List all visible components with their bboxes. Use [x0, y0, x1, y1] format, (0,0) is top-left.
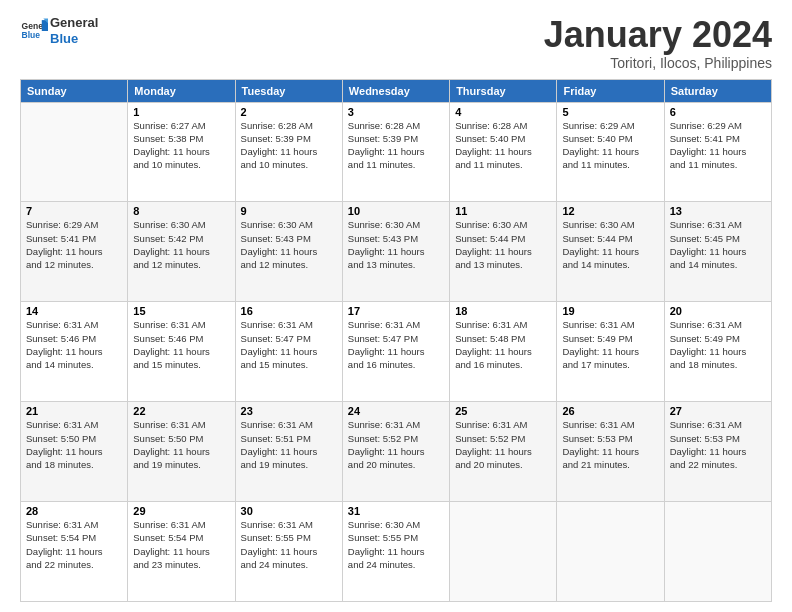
day-info: Sunrise: 6:28 AM Sunset: 5:40 PM Dayligh…: [455, 119, 551, 172]
day-info: Sunrise: 6:31 AM Sunset: 5:53 PM Dayligh…: [670, 418, 766, 471]
day-info: Sunrise: 6:27 AM Sunset: 5:38 PM Dayligh…: [133, 119, 229, 172]
day-cell: 21Sunrise: 6:31 AM Sunset: 5:50 PM Dayli…: [21, 402, 128, 502]
logo-line1: General: [50, 15, 98, 31]
day-cell: 16Sunrise: 6:31 AM Sunset: 5:47 PM Dayli…: [235, 302, 342, 402]
day-number: 21: [26, 405, 122, 417]
week-row-1: 7Sunrise: 6:29 AM Sunset: 5:41 PM Daylig…: [21, 202, 772, 302]
day-number: 6: [670, 106, 766, 118]
day-cell: 17Sunrise: 6:31 AM Sunset: 5:47 PM Dayli…: [342, 302, 449, 402]
header-row: SundayMondayTuesdayWednesdayThursdayFrid…: [21, 79, 772, 102]
week-row-3: 21Sunrise: 6:31 AM Sunset: 5:50 PM Dayli…: [21, 402, 772, 502]
week-row-0: 1Sunrise: 6:27 AM Sunset: 5:38 PM Daylig…: [21, 102, 772, 202]
day-cell: 18Sunrise: 6:31 AM Sunset: 5:48 PM Dayli…: [450, 302, 557, 402]
day-cell: 28Sunrise: 6:31 AM Sunset: 5:54 PM Dayli…: [21, 502, 128, 602]
day-info: Sunrise: 6:30 AM Sunset: 5:44 PM Dayligh…: [562, 218, 658, 271]
day-cell: 12Sunrise: 6:30 AM Sunset: 5:44 PM Dayli…: [557, 202, 664, 302]
calendar-title: January 2024: [544, 15, 772, 55]
logo-line2: Blue: [50, 31, 98, 47]
header-tuesday: Tuesday: [235, 79, 342, 102]
day-info: Sunrise: 6:31 AM Sunset: 5:49 PM Dayligh…: [670, 318, 766, 371]
calendar-subtitle: Toritori, Ilocos, Philippines: [544, 55, 772, 71]
day-info: Sunrise: 6:31 AM Sunset: 5:47 PM Dayligh…: [241, 318, 337, 371]
day-cell: 5Sunrise: 6:29 AM Sunset: 5:40 PM Daylig…: [557, 102, 664, 202]
day-cell: 3Sunrise: 6:28 AM Sunset: 5:39 PM Daylig…: [342, 102, 449, 202]
day-info: Sunrise: 6:29 AM Sunset: 5:41 PM Dayligh…: [26, 218, 122, 271]
header-saturday: Saturday: [664, 79, 771, 102]
day-number: 10: [348, 205, 444, 217]
day-number: 18: [455, 305, 551, 317]
day-cell: 26Sunrise: 6:31 AM Sunset: 5:53 PM Dayli…: [557, 402, 664, 502]
day-info: Sunrise: 6:31 AM Sunset: 5:51 PM Dayligh…: [241, 418, 337, 471]
day-number: 3: [348, 106, 444, 118]
day-info: Sunrise: 6:31 AM Sunset: 5:50 PM Dayligh…: [133, 418, 229, 471]
day-cell: 19Sunrise: 6:31 AM Sunset: 5:49 PM Dayli…: [557, 302, 664, 402]
day-info: Sunrise: 6:31 AM Sunset: 5:53 PM Dayligh…: [562, 418, 658, 471]
day-number: 16: [241, 305, 337, 317]
day-info: Sunrise: 6:31 AM Sunset: 5:52 PM Dayligh…: [348, 418, 444, 471]
day-info: Sunrise: 6:31 AM Sunset: 5:47 PM Dayligh…: [348, 318, 444, 371]
header-friday: Friday: [557, 79, 664, 102]
day-number: 31: [348, 505, 444, 517]
day-info: Sunrise: 6:31 AM Sunset: 5:46 PM Dayligh…: [133, 318, 229, 371]
day-cell: 9Sunrise: 6:30 AM Sunset: 5:43 PM Daylig…: [235, 202, 342, 302]
day-cell: 1Sunrise: 6:27 AM Sunset: 5:38 PM Daylig…: [128, 102, 235, 202]
day-number: 2: [241, 106, 337, 118]
day-info: Sunrise: 6:30 AM Sunset: 5:42 PM Dayligh…: [133, 218, 229, 271]
day-info: Sunrise: 6:31 AM Sunset: 5:54 PM Dayligh…: [26, 518, 122, 571]
day-number: 24: [348, 405, 444, 417]
day-number: 19: [562, 305, 658, 317]
day-number: 8: [133, 205, 229, 217]
day-cell: [450, 502, 557, 602]
svg-text:Blue: Blue: [22, 30, 41, 40]
day-cell: 8Sunrise: 6:30 AM Sunset: 5:42 PM Daylig…: [128, 202, 235, 302]
calendar-header: General Blue General Blue January 2024 T…: [20, 15, 772, 71]
day-info: Sunrise: 6:31 AM Sunset: 5:52 PM Dayligh…: [455, 418, 551, 471]
day-number: 4: [455, 106, 551, 118]
day-number: 22: [133, 405, 229, 417]
day-number: 27: [670, 405, 766, 417]
day-number: 13: [670, 205, 766, 217]
day-number: 23: [241, 405, 337, 417]
day-number: 9: [241, 205, 337, 217]
day-cell: 2Sunrise: 6:28 AM Sunset: 5:39 PM Daylig…: [235, 102, 342, 202]
day-cell: 27Sunrise: 6:31 AM Sunset: 5:53 PM Dayli…: [664, 402, 771, 502]
day-number: 17: [348, 305, 444, 317]
day-number: 20: [670, 305, 766, 317]
header-thursday: Thursday: [450, 79, 557, 102]
header-sunday: Sunday: [21, 79, 128, 102]
day-info: Sunrise: 6:30 AM Sunset: 5:44 PM Dayligh…: [455, 218, 551, 271]
day-info: Sunrise: 6:31 AM Sunset: 5:49 PM Dayligh…: [562, 318, 658, 371]
day-cell: 22Sunrise: 6:31 AM Sunset: 5:50 PM Dayli…: [128, 402, 235, 502]
day-number: 14: [26, 305, 122, 317]
day-cell: [557, 502, 664, 602]
day-info: Sunrise: 6:31 AM Sunset: 5:50 PM Dayligh…: [26, 418, 122, 471]
day-cell: 13Sunrise: 6:31 AM Sunset: 5:45 PM Dayli…: [664, 202, 771, 302]
day-cell: [664, 502, 771, 602]
day-number: 29: [133, 505, 229, 517]
day-number: 7: [26, 205, 122, 217]
day-number: 11: [455, 205, 551, 217]
day-info: Sunrise: 6:30 AM Sunset: 5:55 PM Dayligh…: [348, 518, 444, 571]
logo-icon: General Blue: [20, 17, 48, 45]
day-info: Sunrise: 6:31 AM Sunset: 5:55 PM Dayligh…: [241, 518, 337, 571]
day-number: 1: [133, 106, 229, 118]
week-row-4: 28Sunrise: 6:31 AM Sunset: 5:54 PM Dayli…: [21, 502, 772, 602]
day-info: Sunrise: 6:29 AM Sunset: 5:41 PM Dayligh…: [670, 119, 766, 172]
day-number: 28: [26, 505, 122, 517]
day-number: 25: [455, 405, 551, 417]
day-info: Sunrise: 6:30 AM Sunset: 5:43 PM Dayligh…: [241, 218, 337, 271]
day-number: 15: [133, 305, 229, 317]
day-cell: 10Sunrise: 6:30 AM Sunset: 5:43 PM Dayli…: [342, 202, 449, 302]
day-cell: 31Sunrise: 6:30 AM Sunset: 5:55 PM Dayli…: [342, 502, 449, 602]
title-section: January 2024 Toritori, Ilocos, Philippin…: [544, 15, 772, 71]
day-info: Sunrise: 6:28 AM Sunset: 5:39 PM Dayligh…: [241, 119, 337, 172]
calendar-table: SundayMondayTuesdayWednesdayThursdayFrid…: [20, 79, 772, 602]
day-cell: 14Sunrise: 6:31 AM Sunset: 5:46 PM Dayli…: [21, 302, 128, 402]
day-cell: 7Sunrise: 6:29 AM Sunset: 5:41 PM Daylig…: [21, 202, 128, 302]
day-cell: 25Sunrise: 6:31 AM Sunset: 5:52 PM Dayli…: [450, 402, 557, 502]
day-cell: 11Sunrise: 6:30 AM Sunset: 5:44 PM Dayli…: [450, 202, 557, 302]
header-monday: Monday: [128, 79, 235, 102]
day-cell: 6Sunrise: 6:29 AM Sunset: 5:41 PM Daylig…: [664, 102, 771, 202]
day-number: 30: [241, 505, 337, 517]
day-info: Sunrise: 6:29 AM Sunset: 5:40 PM Dayligh…: [562, 119, 658, 172]
